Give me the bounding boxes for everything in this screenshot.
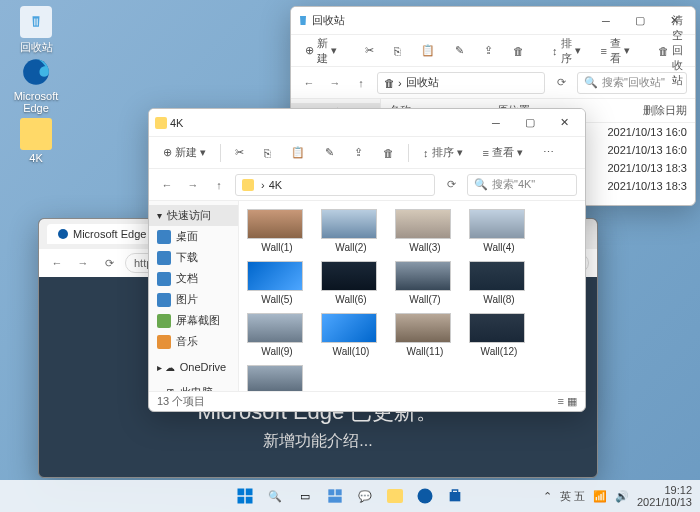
store-icon[interactable] [442, 483, 468, 509]
paste-icon[interactable]: 📋 [285, 143, 311, 162]
svg-rect-3 [246, 489, 253, 496]
edge-icon[interactable] [412, 483, 438, 509]
thumbnail-label: Wall(5) [247, 294, 307, 305]
thumbnail-image [247, 261, 303, 291]
thumbnail[interactable]: Wall(6) [321, 261, 381, 305]
refresh-icon[interactable]: ⟳ [441, 175, 461, 195]
view-toggle[interactable]: ≡ ▦ [558, 395, 577, 408]
wifi-icon[interactable]: 📶 [593, 490, 607, 503]
back-icon[interactable]: ← [299, 73, 319, 93]
thumbnail[interactable]: Wall(5) [247, 261, 307, 305]
thumbnail-label: Wall(4) [469, 242, 529, 253]
thumbnail-image [321, 261, 377, 291]
breadcrumb[interactable]: › 4K [235, 174, 435, 196]
sidebar-item[interactable]: 桌面 [149, 226, 238, 247]
chat-icon[interactable]: 💬 [352, 483, 378, 509]
share-icon[interactable]: ⇪ [478, 41, 499, 60]
sidebar-quick[interactable]: ▾ 快速访问 [149, 205, 238, 226]
thumbnail-label: Wall(11) [395, 346, 455, 357]
minimize-button[interactable]: ─ [481, 111, 511, 135]
svg-rect-5 [246, 497, 253, 504]
cut-icon[interactable]: ✂ [359, 41, 380, 60]
search-input[interactable]: 🔍 搜索"回收站" [577, 72, 687, 94]
forward-icon[interactable]: → [325, 73, 345, 93]
back-icon[interactable]: ← [157, 175, 177, 195]
thumbnail[interactable]: Wall(12) [469, 313, 529, 357]
sidebar-thispc[interactable]: ▸ 🖥 此电脑 [149, 382, 238, 391]
explorer-icon[interactable] [382, 483, 408, 509]
cut-icon[interactable]: ✂ [229, 143, 250, 162]
share-icon[interactable]: ⇪ [348, 143, 369, 162]
taskbar: 🔍 ▭ 💬 ⌃ 英 五 📶 🔊 19:12 2021/10/13 [0, 480, 700, 512]
desktop-icon-label: 4K [29, 152, 42, 164]
thumbnail[interactable]: Wall(3) [395, 209, 455, 253]
thumbnail-image [469, 261, 525, 291]
taskview-icon[interactable]: ▭ [292, 483, 318, 509]
edge-tab[interactable]: Microsoft Edge [47, 224, 156, 244]
up-icon[interactable]: ↑ [209, 175, 229, 195]
minimize-button[interactable]: ─ [591, 9, 621, 33]
sidebar-item[interactable]: 文档 [149, 268, 238, 289]
close-button[interactable]: ✕ [549, 111, 579, 135]
svg-point-1 [58, 229, 68, 239]
copy-icon[interactable]: ⎘ [258, 144, 277, 162]
sidebar-onedrive[interactable]: ▸ ☁ OneDrive [149, 358, 238, 376]
paste-icon[interactable]: 📋 [415, 41, 441, 60]
tray-chevron-icon[interactable]: ⌃ [543, 490, 552, 503]
volume-icon[interactable]: 🔊 [615, 490, 629, 503]
delete-icon[interactable]: 🗑 [377, 144, 400, 162]
clock[interactable]: 19:12 2021/10/13 [637, 484, 692, 508]
thumbnail[interactable]: Wall(7) [395, 261, 455, 305]
more-button[interactable]: ⋯ [537, 143, 560, 162]
delete-icon[interactable]: 🗑 [507, 42, 530, 60]
rename-icon[interactable]: ✎ [319, 143, 340, 162]
search-input[interactable]: 🔍 搜索"4K" [467, 174, 577, 196]
maximize-button[interactable]: ▢ [515, 111, 545, 135]
col-date[interactable]: 删除日期 [597, 103, 687, 118]
desktop-icon-recycle[interactable]: 回收站 [6, 6, 66, 55]
thumbnail[interactable]: Wall(1) [247, 209, 307, 253]
forward-icon[interactable]: → [73, 253, 93, 273]
thumbnail[interactable]: Wall(13) [247, 365, 307, 391]
sort-button[interactable]: ↕ 排序 ▾ [417, 142, 469, 163]
new-button[interactable]: ⊕ 新建 ▾ [299, 33, 343, 69]
thumbnail-image [395, 209, 451, 239]
thumbnail-image [321, 313, 377, 343]
view-button[interactable]: ≡ 查看 ▾ [595, 33, 636, 69]
copy-icon[interactable]: ⎘ [388, 42, 407, 60]
thumbnail[interactable]: Wall(9) [247, 313, 307, 357]
svg-rect-7 [336, 489, 342, 495]
sidebar-item[interactable]: 屏幕截图 [149, 310, 238, 331]
up-icon[interactable]: ↑ [351, 73, 371, 93]
sidebar-item[interactable]: 音乐 [149, 331, 238, 352]
view-button[interactable]: ≡ 查看 ▾ [477, 142, 529, 163]
widgets-icon[interactable] [322, 483, 348, 509]
forward-icon[interactable]: → [183, 175, 203, 195]
refresh-icon[interactable]: ⟳ [99, 253, 119, 273]
thumbnail[interactable]: Wall(4) [469, 209, 529, 253]
ime-indicator[interactable]: 英 五 [560, 489, 585, 504]
titlebar[interactable]: 4K ─ ▢ ✕ [149, 109, 585, 137]
thumbnail[interactable]: Wall(8) [469, 261, 529, 305]
start-button[interactable] [232, 483, 258, 509]
thumbnail[interactable]: Wall(11) [395, 313, 455, 357]
maximize-button[interactable]: ▢ [625, 9, 655, 33]
thumbnail[interactable]: Wall(10) [321, 313, 381, 357]
sidebar-item[interactable]: 图片 [149, 289, 238, 310]
desktop-icon-edge[interactable]: Microsoft Edge [6, 56, 66, 114]
system-tray: ⌃ 英 五 📶 🔊 19:12 2021/10/13 [543, 484, 692, 508]
window-title: 回收站 [312, 13, 591, 28]
new-button[interactable]: ⊕ 新建 ▾ [157, 142, 212, 163]
rename-icon[interactable]: ✎ [449, 41, 470, 60]
back-icon[interactable]: ← [47, 253, 67, 273]
refresh-icon[interactable]: ⟳ [551, 73, 571, 93]
thumbnail[interactable]: Wall(2) [321, 209, 381, 253]
breadcrumb[interactable]: 🗑 › 回收站 [377, 72, 545, 94]
thumbnail-image [395, 313, 451, 343]
svg-rect-4 [238, 497, 245, 504]
sort-button[interactable]: ↕ 排序 ▾ [546, 33, 587, 69]
sidebar-item[interactable]: 下载 [149, 247, 238, 268]
titlebar[interactable]: 回收站 ─ ▢ ✕ [291, 7, 695, 35]
search-icon[interactable]: 🔍 [262, 483, 288, 509]
desktop-icon-4k[interactable]: 4K [6, 118, 66, 164]
